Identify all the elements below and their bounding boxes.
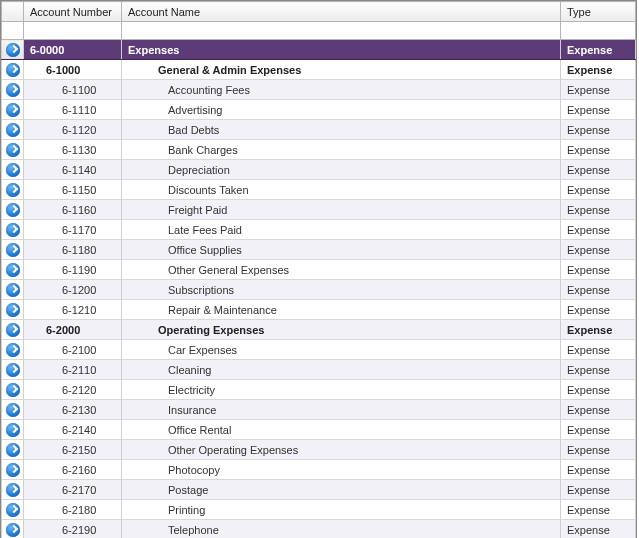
table-row[interactable]: 6-1170Late Fees PaidExpense <box>2 220 636 240</box>
account-name-cell: Photocopy <box>122 460 561 480</box>
table-row[interactable]: 6-1100Accounting FeesExpense <box>2 80 636 100</box>
row-open-button[interactable] <box>2 440 24 460</box>
account-name-cell: Late Fees Paid <box>122 220 561 240</box>
table-row[interactable]: 6-2150Other Operating ExpensesExpense <box>2 440 636 460</box>
table-row[interactable]: 6-1210Repair & MaintenanceExpense <box>2 300 636 320</box>
row-open-button[interactable] <box>2 180 24 200</box>
arrow-right-icon <box>6 83 20 97</box>
table-row[interactable]: 6-2110CleaningExpense <box>2 360 636 380</box>
table-row[interactable]: 6-2130InsuranceExpense <box>2 400 636 420</box>
table-row[interactable]: 6-2160PhotocopyExpense <box>2 460 636 480</box>
table-row[interactable]: 6-2100Car ExpensesExpense <box>2 340 636 360</box>
row-open-button[interactable] <box>2 240 24 260</box>
account-type-cell: Expense <box>561 500 636 520</box>
account-number-cell: 6-1000 <box>24 60 122 80</box>
table-row[interactable]: 6-1150Discounts TakenExpense <box>2 180 636 200</box>
arrow-right-icon <box>6 303 20 317</box>
account-name-cell: Telephone <box>122 520 561 539</box>
row-open-button[interactable] <box>2 500 24 520</box>
header-account-name[interactable]: Account Name <box>122 2 561 22</box>
account-type-cell: Expense <box>561 260 636 280</box>
row-open-button[interactable] <box>2 320 24 340</box>
row-open-button[interactable] <box>2 140 24 160</box>
account-type-cell: Expense <box>561 300 636 320</box>
account-number-cell: 6-2150 <box>24 440 122 460</box>
row-open-button[interactable] <box>2 360 24 380</box>
account-name-cell: Operating Expenses <box>122 320 561 340</box>
table-row[interactable]: 6-1180Office SuppliesExpense <box>2 240 636 260</box>
table-row[interactable]: 6-1200SubscriptionsExpense <box>2 280 636 300</box>
account-type-cell: Expense <box>561 320 636 340</box>
row-open-button[interactable] <box>2 200 24 220</box>
row-open-button[interactable] <box>2 160 24 180</box>
filter-row <box>2 22 636 40</box>
arrow-right-icon <box>6 163 20 177</box>
row-open-button[interactable] <box>2 40 24 60</box>
account-number-cell: 6-1130 <box>24 140 122 160</box>
table-row[interactable]: 6-1160Freight PaidExpense <box>2 200 636 220</box>
row-open-button[interactable] <box>2 280 24 300</box>
account-type-cell: Expense <box>561 440 636 460</box>
row-open-button[interactable] <box>2 80 24 100</box>
row-open-button[interactable] <box>2 400 24 420</box>
account-name-cell: Other General Expenses <box>122 260 561 280</box>
filter-type[interactable] <box>561 22 636 40</box>
table-row[interactable]: 6-2190TelephoneExpense <box>2 520 636 539</box>
filter-account-number[interactable] <box>24 22 122 40</box>
account-number-cell: 6-2180 <box>24 500 122 520</box>
account-type-cell: Expense <box>561 200 636 220</box>
arrow-right-icon <box>6 43 20 57</box>
arrow-right-icon <box>6 123 20 137</box>
row-open-button[interactable] <box>2 420 24 440</box>
row-open-button[interactable] <box>2 120 24 140</box>
account-type-cell: Expense <box>561 220 636 240</box>
table-row[interactable]: 6-1110AdvertisingExpense <box>2 100 636 120</box>
account-number-cell: 6-2160 <box>24 460 122 480</box>
account-type-cell: Expense <box>561 180 636 200</box>
row-open-button[interactable] <box>2 480 24 500</box>
arrow-right-icon <box>6 263 20 277</box>
table-row[interactable]: 6-2140Office RentalExpense <box>2 420 636 440</box>
row-open-button[interactable] <box>2 260 24 280</box>
arrow-right-icon <box>6 203 20 217</box>
account-name-cell: Repair & Maintenance <box>122 300 561 320</box>
account-number-cell: 6-1170 <box>24 220 122 240</box>
account-type-cell: Expense <box>561 60 636 80</box>
table-row[interactable]: 6-2180PrintingExpense <box>2 500 636 520</box>
row-open-button[interactable] <box>2 220 24 240</box>
row-open-button[interactable] <box>2 460 24 480</box>
arrow-right-icon <box>6 483 20 497</box>
table-row[interactable]: 6-2000Operating ExpensesExpense <box>2 320 636 340</box>
table-row[interactable]: 6-1140DepreciationExpense <box>2 160 636 180</box>
account-number-cell: 6-1160 <box>24 200 122 220</box>
table-row[interactable]: 6-2120ElectricityExpense <box>2 380 636 400</box>
account-number-cell: 6-2170 <box>24 480 122 500</box>
account-name-cell: Electricity <box>122 380 561 400</box>
account-number-cell: 6-2000 <box>24 320 122 340</box>
table-row[interactable]: 6-1190Other General ExpensesExpense <box>2 260 636 280</box>
header-account-number[interactable]: Account Number <box>24 2 122 22</box>
table-row[interactable]: 6-1000General & Admin ExpensesExpense <box>2 60 636 80</box>
table-row[interactable]: 6-1130Bank ChargesExpense <box>2 140 636 160</box>
row-open-button[interactable] <box>2 520 24 539</box>
account-number-cell: 6-1110 <box>24 100 122 120</box>
account-number-cell: 6-2100 <box>24 340 122 360</box>
arrow-right-icon <box>6 383 20 397</box>
account-number-cell: 6-2140 <box>24 420 122 440</box>
table-row[interactable]: 6-0000ExpensesExpense <box>2 40 636 60</box>
account-number-cell: 6-1100 <box>24 80 122 100</box>
account-type-cell: Expense <box>561 140 636 160</box>
row-open-button[interactable] <box>2 100 24 120</box>
accounts-table: Account Number Account Name Type 6-0000E… <box>0 0 637 538</box>
table-row[interactable]: 6-2170PostageExpense <box>2 480 636 500</box>
account-number-cell: 6-2130 <box>24 400 122 420</box>
row-open-button[interactable] <box>2 300 24 320</box>
header-type[interactable]: Type <box>561 2 636 22</box>
row-open-button[interactable] <box>2 340 24 360</box>
row-open-button[interactable] <box>2 380 24 400</box>
arrow-right-icon <box>6 283 20 297</box>
arrow-right-icon <box>6 63 20 77</box>
table-row[interactable]: 6-1120Bad DebtsExpense <box>2 120 636 140</box>
row-open-button[interactable] <box>2 60 24 80</box>
filter-account-name[interactable] <box>122 22 561 40</box>
